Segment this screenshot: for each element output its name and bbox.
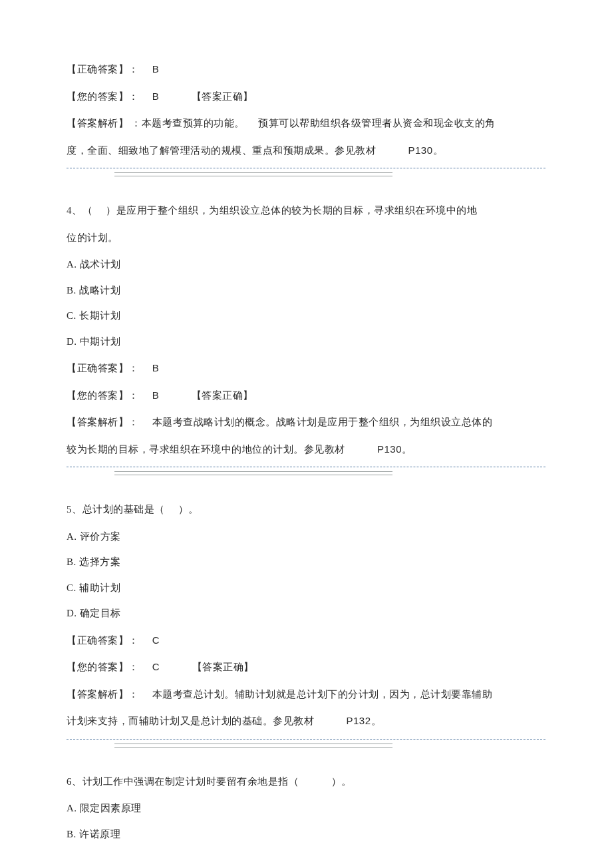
q5-stem: 5、总计划的基础是（ ）。 bbox=[67, 500, 545, 519]
text: ）。 bbox=[178, 504, 199, 515]
q5-analysis-line2: 计划来支持，而辅助计划又是总计划的基础。参见教材 P132。 bbox=[67, 712, 545, 731]
q6-stem: 6、计划工作中强调在制定计划时要留有余地是指（ ）。 bbox=[67, 772, 545, 791]
text: 较为长期的目标，寻求组织在环境中的地位的计划。参见教材 bbox=[67, 444, 345, 455]
page-ref: P132。 bbox=[347, 715, 382, 726]
q3-your-answer: 【您的答案】： B 【答案正确】 bbox=[67, 87, 545, 107]
text: 位的计划。 bbox=[67, 232, 118, 243]
value: B bbox=[152, 91, 160, 102]
value: C bbox=[152, 661, 160, 672]
label: 【正确答案】： bbox=[67, 64, 139, 75]
section-separator bbox=[67, 467, 545, 475]
value: C bbox=[152, 634, 160, 646]
q4-stem-line1: 4、（ ）是应用于整个组织，为组织设立总体的较为长期的目标，寻求组织在环境中的地 bbox=[67, 201, 545, 220]
number: 4、（ bbox=[67, 205, 92, 216]
result: 【答案正确】 bbox=[192, 390, 253, 401]
number: 5、总计划的基础是（ bbox=[67, 504, 165, 515]
q6-option-a: A. 限定因素原理 bbox=[67, 799, 545, 818]
q4-correct-answer: 【正确答案】： B bbox=[67, 359, 545, 378]
label: 【正确答案】： bbox=[67, 363, 139, 373]
text: ）。 bbox=[331, 776, 352, 787]
q4-option-c: C. 长期计划 bbox=[67, 306, 545, 326]
result: 【答案正确】 bbox=[192, 91, 253, 102]
label: 【您的答案】： bbox=[67, 662, 139, 672]
q3-analysis-line1: 【答案解析】 ：本题考查预算的功能。 预算可以帮助组织各级管理者从资金和现金收支… bbox=[67, 114, 545, 133]
text: 计划来支持，而辅助计划又是总计划的基础。参见教材 bbox=[67, 716, 314, 726]
text: 本题考查战略计划的概念。战略计划是应用于整个组织，为组织设立总体的 bbox=[152, 417, 493, 427]
text: 预算可以帮助组织各级管理者从资金和现金收支的角 bbox=[258, 118, 496, 128]
value: B bbox=[152, 63, 160, 75]
q4-your-answer: 【您的答案】： B 【答案正确】 bbox=[67, 386, 545, 405]
q4-stem-line2: 位的计划。 bbox=[67, 228, 545, 248]
q4-option-a: A. 战术计划 bbox=[67, 255, 545, 274]
label: 【正确答案】： bbox=[67, 635, 139, 646]
q5-correct-answer: 【正确答案】： C bbox=[67, 631, 545, 650]
label: 【答案解析】： bbox=[67, 689, 139, 700]
q5-option-a: A. 评价方案 bbox=[67, 527, 545, 546]
section-separator bbox=[67, 739, 545, 747]
q4-analysis-line2: 较为长期的目标，寻求组织在环境中的地位的计划。参见教材 P130。 bbox=[67, 440, 545, 459]
q5-analysis-line1: 【答案解析】： 本题考查总计划。辅助计划就是总计划下的分计划，因为，总计划要靠辅… bbox=[67, 685, 545, 704]
number: 6、计划工作中强调在制定计划时要留有余地是指（ bbox=[67, 776, 299, 787]
q3-correct-answer: 【正确答案】： B bbox=[67, 60, 545, 79]
text: ：本题考查预算的功能。 bbox=[131, 118, 245, 128]
label: 【答案解析】 bbox=[67, 118, 128, 128]
page-ref: P130。 bbox=[408, 144, 444, 156]
q3-analysis-line2: 度，全面、细致地了解管理活动的规模、重点和预期成果。参见教材 P130。 bbox=[67, 141, 545, 160]
result: 【答案正确】 bbox=[192, 662, 254, 672]
value: B bbox=[152, 389, 160, 401]
label: 【您的答案】： bbox=[67, 91, 139, 102]
text: 本题考查总计划。辅助计划就是总计划下的分计划，因为，总计划要靠辅助 bbox=[152, 689, 493, 700]
page-ref: P130。 bbox=[377, 443, 412, 455]
section-separator bbox=[67, 168, 545, 176]
label: 【您的答案】： bbox=[67, 390, 139, 401]
value: B bbox=[152, 362, 160, 373]
q5-option-c: C. 辅助计划 bbox=[67, 578, 545, 598]
text: ）是应用于整个组织，为组织设立总体的较为长期的目标，寻求组织在环境中的地 bbox=[106, 205, 477, 216]
label: 【答案解析】： bbox=[67, 417, 139, 427]
q4-option-d: D. 中期计划 bbox=[67, 332, 545, 351]
q5-option-d: D. 确定目标 bbox=[67, 604, 545, 623]
q5-your-answer: 【您的答案】： C 【答案正确】 bbox=[67, 658, 545, 677]
q6-option-b: B. 许诺原理 bbox=[67, 825, 545, 844]
q4-analysis-line1: 【答案解析】： 本题考查战略计划的概念。战略计划是应用于整个组织，为组织设立总体… bbox=[67, 413, 545, 432]
document-page: 【正确答案】： B 【您的答案】： B 【答案正确】 【答案解析】 ：本题考查预… bbox=[0, 0, 612, 868]
q4-option-b: B. 战略计划 bbox=[67, 281, 545, 300]
text: 度，全面、细致地了解管理活动的规模、重点和预期成果。参见教材 bbox=[67, 145, 376, 156]
q5-option-b: B. 选择方案 bbox=[67, 552, 545, 572]
